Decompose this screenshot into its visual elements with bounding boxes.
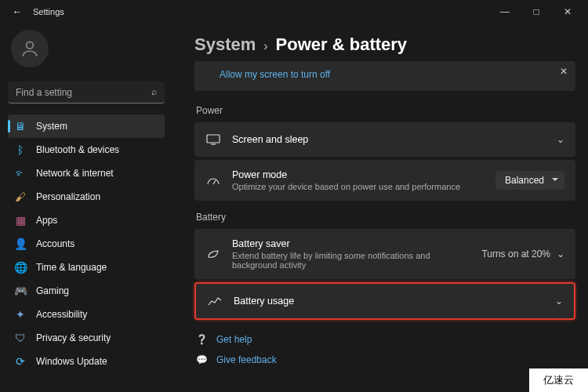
sidebar-item-system[interactable]: 🖥System: [8, 114, 165, 138]
chevron-down-icon: ⌄: [557, 134, 564, 145]
sidebar-item-label: Privacy & security: [36, 332, 111, 343]
watermark: 亿速云: [529, 368, 588, 392]
link-label: Give feedback: [216, 354, 277, 365]
sidebar-item-gaming[interactable]: 🎮Gaming: [8, 279, 165, 303]
give-feedback-link[interactable]: 💬Give feedback: [194, 350, 575, 370]
breadcrumb: System › Power & battery: [194, 34, 575, 55]
sidebar-item-bluetooth[interactable]: ᛒBluetooth & devices: [8, 138, 165, 162]
sidebar-item-label: Gaming: [36, 285, 69, 296]
battery-saver-status: Turns on at 20%: [481, 249, 550, 260]
sidebar-item-label: Windows Update: [36, 356, 107, 367]
apps-icon: ▦: [14, 214, 27, 227]
link-label: Get help: [216, 334, 252, 345]
card-title: Power mode: [232, 169, 485, 180]
maximize-button[interactable]: □: [521, 0, 552, 24]
screen-icon: [205, 132, 221, 147]
sidebar-item-label: Personalization: [36, 191, 100, 202]
power-mode-card[interactable]: Power mode Optimize your device based on…: [194, 160, 575, 201]
globe-icon: 🌐: [14, 261, 27, 274]
chevron-down-icon: ⌄: [557, 249, 564, 260]
brush-icon: 🖌: [14, 191, 27, 203]
feedback-icon: 💬: [196, 354, 209, 365]
sidebar-item-update[interactable]: ⟳Windows Update: [8, 350, 165, 373]
accessibility-icon: ✦: [14, 308, 27, 321]
chevron-down-icon: ⌄: [555, 296, 563, 307]
sidebar-item-label: Apps: [36, 215, 57, 226]
sidebar-item-label: Accounts: [36, 238, 74, 249]
chevron-right-icon: ›: [263, 39, 267, 53]
power-mode-dropdown[interactable]: Balanced: [495, 171, 564, 190]
app-title: Settings: [33, 7, 64, 16]
breadcrumb-parent[interactable]: System: [194, 34, 256, 55]
get-help-link[interactable]: ❔Get help: [194, 329, 575, 350]
battery-usage-card[interactable]: Battery usage ⌄: [194, 282, 575, 320]
svg-line-3: [213, 180, 216, 184]
sidebar-item-personalization[interactable]: 🖌Personalization: [8, 185, 165, 209]
close-icon[interactable]: ✕: [560, 66, 568, 77]
allow-screen-off-link[interactable]: Allow my screen to turn off: [220, 69, 330, 80]
card-title: Battery saver: [232, 238, 470, 249]
recommendation-banner: Allow my screen to turn off ✕: [194, 61, 575, 91]
card-title: Battery usage: [234, 296, 544, 307]
sidebar-item-label: Bluetooth & devices: [36, 144, 119, 155]
card-subtitle: Extend battery life by limiting some not…: [232, 251, 470, 270]
bluetooth-icon: ᛒ: [14, 143, 27, 156]
person-icon: 👤: [14, 238, 27, 250]
close-button[interactable]: ✕: [552, 0, 583, 24]
back-button[interactable]: ←: [13, 6, 22, 17]
avatar[interactable]: [11, 30, 49, 67]
search-icon: ⌕: [151, 86, 157, 97]
svg-point-0: [27, 42, 34, 49]
svg-rect-1: [207, 135, 220, 143]
system-icon: 🖥: [14, 120, 27, 132]
card-subtitle: Optimize your device based on power use …: [232, 182, 485, 191]
section-title-battery: Battery: [196, 212, 575, 223]
battery-saver-card[interactable]: Battery saver Extend battery life by lim…: [194, 229, 575, 279]
gauge-icon: [205, 172, 221, 188]
update-icon: ⟳: [14, 355, 27, 368]
search-input[interactable]: [8, 82, 165, 103]
sidebar-item-apps[interactable]: ▦Apps: [8, 209, 165, 232]
section-title-power: Power: [196, 105, 575, 116]
chart-icon: [207, 293, 223, 309]
sidebar-item-accessibility[interactable]: ✦Accessibility: [8, 303, 165, 326]
sidebar-item-label: System: [36, 121, 67, 132]
page-title: Power & battery: [276, 34, 408, 55]
screen-and-sleep-card[interactable]: Screen and sleep ⌄: [194, 122, 575, 157]
sidebar-item-label: Network & internet: [36, 168, 114, 179]
sidebar-item-accounts[interactable]: 👤Accounts: [8, 232, 165, 256]
shield-icon: 🛡: [14, 332, 27, 344]
sidebar-item-time[interactable]: 🌐Time & language: [8, 256, 165, 279]
sidebar-item-label: Time & language: [36, 262, 107, 273]
sidebar-item-label: Accessibility: [36, 309, 87, 320]
gamepad-icon: 🎮: [14, 285, 27, 297]
minimize-button[interactable]: —: [489, 0, 521, 24]
leaf-icon: [205, 246, 221, 262]
sidebar-item-privacy[interactable]: 🛡Privacy & security: [8, 326, 165, 350]
sidebar-item-network[interactable]: ᯤNetwork & internet: [8, 162, 165, 185]
card-title: Screen and sleep: [232, 134, 546, 145]
wifi-icon: ᯤ: [14, 167, 27, 180]
help-icon: ❔: [196, 334, 209, 345]
